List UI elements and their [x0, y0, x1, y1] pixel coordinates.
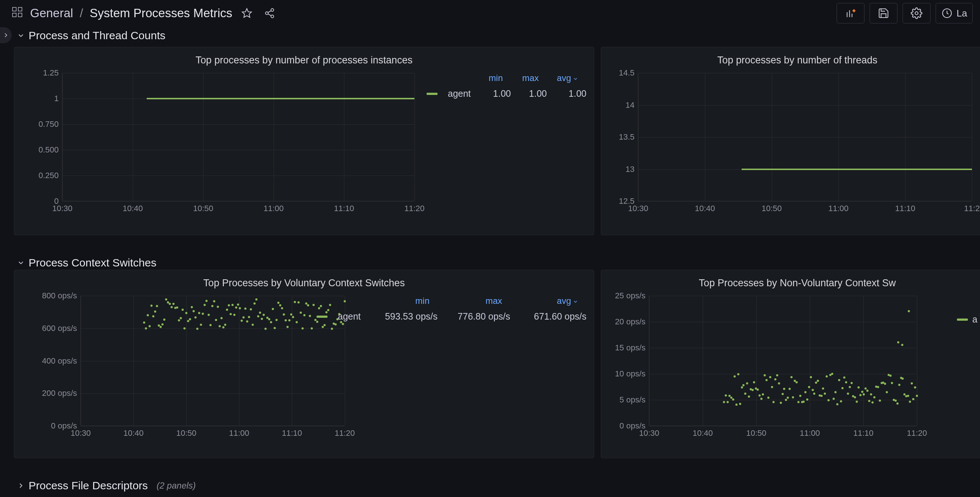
row-process-file-descriptors[interactable]: Process File Descriptors (2 panels)	[14, 476, 196, 495]
svg-point-7	[271, 15, 274, 18]
svg-rect-0	[13, 7, 16, 11]
legend-min-value: 593.53 ops/s	[375, 311, 438, 322]
svg-rect-2	[13, 13, 16, 17]
chevron-down-icon	[17, 32, 25, 40]
legend-row[interactable]: agent 593.53 ops/s 776.80 ops/s 671.60 o…	[317, 311, 587, 322]
panel-nonvoluntary-context-switches[interactable]: Top Processes by Non-Voluntary Context S…	[601, 270, 980, 458]
svg-rect-3	[18, 13, 22, 17]
breadcrumb-separator: /	[80, 6, 83, 20]
svg-line-8	[268, 11, 271, 13]
dashboard-content: Process and Thread Counts Top processes …	[14, 25, 980, 497]
chevron-down-icon	[17, 259, 25, 267]
panel-top-processes-instances[interactable]: Top processes by number of processes ins…	[14, 47, 594, 235]
plot-area[interactable]: 0 ops/s200 ops/s400 ops/s600 ops/s800 op…	[80, 296, 344, 426]
chevron-down-icon	[573, 299, 578, 305]
panel-title: Top processes by number of processes ins…	[14, 47, 594, 66]
panel-title: Top processes by number of threads	[601, 47, 980, 66]
plot-area[interactable]: 0 ops/s5 ops/s10 ops/s15 ops/s20 ops/s25…	[649, 296, 916, 426]
legend-header-min[interactable]: min	[477, 73, 503, 83]
legend-min-value: 1.00	[485, 88, 511, 99]
legend-max-value: 1.00	[521, 88, 547, 99]
svg-point-5	[271, 9, 274, 12]
row-title: Process File Descriptors	[29, 480, 148, 492]
panel-voluntary-context-switches[interactable]: Top Processes by Voluntary Context Switc…	[14, 270, 594, 458]
legend-series-name: agent	[338, 311, 365, 322]
time-range-button[interactable]: La	[935, 3, 973, 24]
time-range-label: La	[956, 8, 967, 19]
plot-area[interactable]: 00.2500.5000.75011.2510:3010:4010:5011:0…	[62, 73, 414, 201]
save-button[interactable]	[870, 3, 897, 24]
panel-title: Top Processes by Non-Voluntary Context S…	[601, 270, 980, 289]
chart-area: 0 ops/s5 ops/s10 ops/s15 ops/s20 ops/s25…	[649, 296, 980, 441]
row-title: Process Context Switches	[29, 257, 156, 269]
legend-avg-value: 1.00	[557, 88, 587, 99]
legend-series-name: agent	[448, 88, 475, 99]
legend-max-value: 776.80 ops/s	[448, 311, 510, 322]
legend: min max avg agent 1.00 1.00 1.00	[426, 73, 587, 99]
star-icon[interactable]	[239, 5, 255, 21]
svg-point-15	[915, 12, 918, 15]
breadcrumb-folder[interactable]: General	[30, 6, 73, 20]
plot-area[interactable]: 12.51313.51414.510:3010:4010:5011:0011:1…	[638, 73, 972, 201]
svg-rect-1	[18, 7, 22, 11]
legend-header-avg[interactable]: avg	[549, 73, 578, 83]
row-title: Process and Thread Counts	[29, 29, 165, 42]
svg-line-9	[268, 14, 271, 16]
legend-avg-value: 671.60 ops/s	[520, 311, 587, 322]
chart-area: 12.51313.51414.510:3010:4010:5011:0011:1…	[638, 73, 980, 216]
chevron-right-icon	[17, 482, 25, 490]
legend-row[interactable]: agent 1.00 1.00 1.00	[426, 88, 587, 99]
legend-swatch	[426, 93, 438, 95]
legend-swatch	[317, 316, 328, 318]
legend-header-max[interactable]: max	[440, 296, 502, 306]
chart-area: 00.2500.5000.75011.2510:3010:4010:5011:0…	[62, 73, 451, 216]
legend-swatch	[957, 319, 968, 321]
legend-header-max[interactable]: max	[513, 73, 539, 83]
settings-button[interactable]	[903, 3, 931, 24]
add-panel-button[interactable]	[837, 3, 864, 24]
legend-header-min[interactable]: min	[367, 296, 430, 306]
legend-header-avg[interactable]: avg	[512, 296, 578, 306]
expand-sidebar-tab[interactable]	[0, 27, 12, 43]
row-panels-count: (2 panels)	[157, 481, 196, 491]
dashboard-icon[interactable]	[11, 6, 24, 21]
topbar: General / System Processes Metrics La	[0, 0, 980, 26]
breadcrumb-title[interactable]: System Processes Metrics	[90, 6, 232, 20]
legend: min max avg agent 593.53 ops/s 776.80 op…	[317, 296, 587, 322]
panel-title: Top Processes by Voluntary Context Switc…	[14, 270, 594, 289]
share-icon[interactable]	[261, 5, 278, 21]
svg-point-6	[266, 12, 269, 15]
legend[interactable]: a	[957, 314, 977, 325]
legend-series-name: a	[972, 314, 977, 325]
row-process-thread-counts[interactable]: Process and Thread Counts	[14, 25, 165, 46]
svg-marker-4	[242, 9, 251, 17]
panel-top-processes-threads[interactable]: Top processes by number of threads 12.51…	[601, 47, 980, 235]
chevron-down-icon	[573, 76, 578, 82]
